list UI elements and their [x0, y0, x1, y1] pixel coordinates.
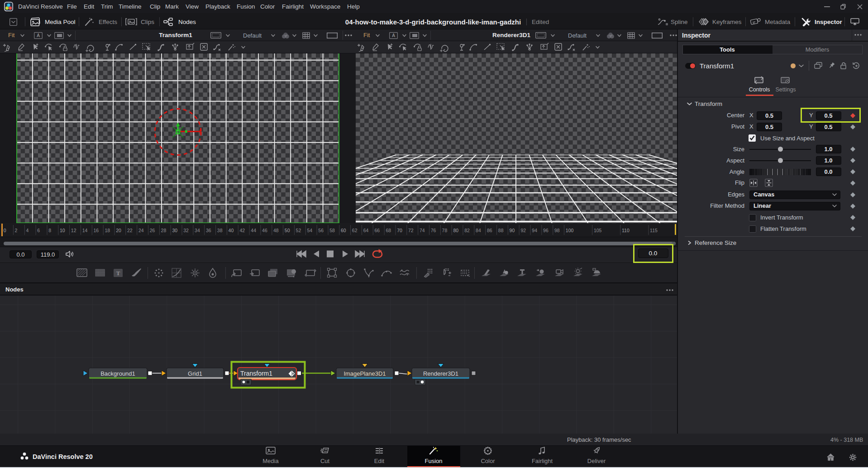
svg-text:Grid1: Grid1: [188, 370, 202, 377]
svg-text:Renderer3D1: Renderer3D1: [423, 370, 458, 377]
svg-text:Transform1: Transform1: [240, 370, 272, 377]
svg-text:Background1: Background1: [100, 370, 135, 377]
svg-text:ImagePlane3D1: ImagePlane3D1: [343, 370, 386, 377]
